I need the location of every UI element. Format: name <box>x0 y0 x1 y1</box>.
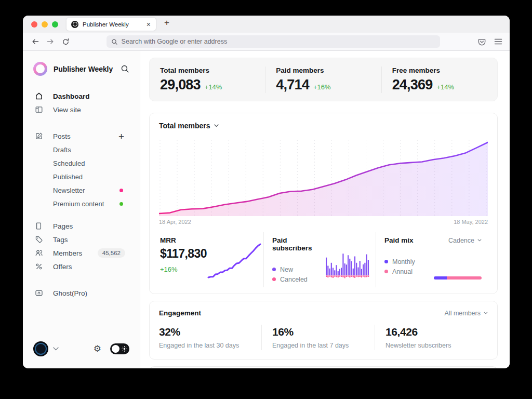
chart-end-date: 18 May, 2022 <box>454 219 488 225</box>
sidebar-item-label: Ghost(Pro) <box>53 289 87 297</box>
sidebar-item-dashboard[interactable]: Dashboard <box>23 89 140 103</box>
sun-icon <box>122 346 127 352</box>
engagement-7d: 16% Engaged in the last 7 days <box>261 325 375 350</box>
browser-window-icon <box>34 105 43 114</box>
sidebar: Publisher Weekly Dashboard View site <box>23 51 140 368</box>
paid-mix-metric: Paid mix Cadence Monthly <box>376 232 488 287</box>
legend-new: New <box>272 264 326 274</box>
sidebar-item-label: Pages <box>53 222 73 230</box>
dark-mode-toggle[interactable] <box>110 343 129 354</box>
annual-segment <box>447 276 482 280</box>
chart-start-date: 18 Apr, 2022 <box>159 219 191 225</box>
stat-delta: +16% <box>313 83 331 91</box>
members-stats-card: Total members 29,083 +14% Paid members 4… <box>149 58 498 101</box>
mrr-value: $117,830 <box>160 247 207 261</box>
sidebar-item-drafts[interactable]: Drafts <box>23 143 140 156</box>
forward-icon[interactable] <box>45 36 56 47</box>
url-input[interactable] <box>122 38 435 45</box>
sidebar-item-offers[interactable]: Offers <box>23 260 140 273</box>
browser-toolbar <box>23 33 510 51</box>
reload-icon[interactable] <box>60 36 71 47</box>
all-members-dropdown[interactable]: All members <box>445 310 488 317</box>
user-avatar[interactable] <box>33 341 48 356</box>
mrr-delta: +16% <box>160 265 207 273</box>
stat-value: 29,083 <box>160 77 201 93</box>
tab-title: Publisher Weekly <box>83 21 146 28</box>
percent-icon <box>34 262 43 271</box>
chart-metric-dropdown[interactable]: Total members <box>159 122 219 130</box>
legend-monthly: Monthly <box>384 257 415 267</box>
site-title: Publisher Weekly <box>54 65 121 73</box>
sidebar-item-newsletter[interactable]: Newsletter <box>23 183 140 197</box>
browser-window: Publisher Weekly × + <box>23 16 510 368</box>
pen-icon <box>34 132 43 141</box>
ghost-pro-icon <box>34 289 43 298</box>
gear-icon[interactable]: ⚙ <box>94 344 101 353</box>
sidebar-item-premium-content[interactable]: Premium content <box>23 197 140 210</box>
tab-bar: Publisher Weekly × + <box>23 16 510 33</box>
paid-mix-stacked-bar <box>434 276 482 280</box>
sidebar-item-label: Posts <box>53 132 71 140</box>
stat-delta: +14% <box>205 83 222 91</box>
add-post-button[interactable]: + <box>118 131 124 141</box>
menu-icon[interactable] <box>494 38 502 45</box>
sidebar-item-label: Dashboard <box>53 92 90 100</box>
mrr-sparkline-chart <box>207 240 262 281</box>
pocket-icon[interactable] <box>477 37 486 46</box>
mrr-metric: MRR $117,830 +16% <box>159 232 263 287</box>
search-icon <box>111 38 118 45</box>
legend-canceled: Canceled <box>272 274 326 284</box>
engagement-card: Engagement All members 32% Engaged in th… <box>149 301 498 360</box>
paid-subscribers-bar-chart <box>326 250 369 283</box>
paid-subscribers-metric: Paid subscribers New Canceled <box>263 232 376 287</box>
minimize-window-button[interactable] <box>42 21 48 28</box>
sidebar-item-scheduled[interactable]: Scheduled <box>23 156 140 170</box>
newsletter-subscribers-stat: 16,426 Newsletter subscribers <box>375 325 488 350</box>
stat-paid-members: Paid members 4,714 +16% <box>265 66 381 93</box>
home-icon <box>34 92 43 101</box>
stat-value: 24,369 <box>392 77 433 93</box>
sidebar-item-members[interactable]: Members 45,562 <box>23 246 140 260</box>
search-icon[interactable] <box>121 64 129 73</box>
members-count-badge: 45,562 <box>98 248 125 258</box>
stat-delta: +14% <box>436 83 454 91</box>
site-logo[interactable] <box>33 62 47 76</box>
tab-close-icon[interactable]: × <box>146 21 151 28</box>
sidebar-item-view-site[interactable]: View site <box>23 103 140 116</box>
chevron-down-icon <box>214 124 219 127</box>
browser-tab[interactable]: Publisher Weekly × <box>66 18 156 31</box>
sidebar-item-label: Members <box>53 249 82 257</box>
monthly-segment <box>434 276 447 280</box>
stat-total-members: Total members 29,083 +14% <box>150 66 265 93</box>
growth-chart-card: Total members 18 Apr, 2022 18 May, 2022 <box>149 113 498 294</box>
ghost-favicon <box>71 21 78 28</box>
members-icon <box>34 249 43 258</box>
page-icon <box>34 222 43 231</box>
toggle-knob <box>112 345 119 353</box>
total-members-chart <box>159 138 488 216</box>
new-tab-button[interactable]: + <box>164 18 169 28</box>
sidebar-item-ghost-pro[interactable]: Ghost(Pro) <box>23 286 140 300</box>
cadence-dropdown[interactable]: Cadence <box>448 237 482 244</box>
sidebar-item-posts[interactable]: Posts + <box>23 129 140 143</box>
close-window-button[interactable] <box>31 21 37 28</box>
sidebar-item-label: Offers <box>53 263 72 271</box>
sidebar-item-label: View site <box>53 106 81 114</box>
stat-value: 4,714 <box>276 77 309 93</box>
engagement-30d: 32% Engaged in the last 30 days <box>159 325 261 350</box>
newsletter-dot <box>119 189 123 192</box>
premium-content-dot <box>119 202 123 206</box>
back-icon[interactable] <box>30 36 41 47</box>
dashboard-main: Total members 29,083 +14% Paid members 4… <box>140 51 510 368</box>
sidebar-item-pages[interactable]: Pages <box>23 219 140 233</box>
zoom-window-button[interactable] <box>52 21 58 28</box>
sidebar-item-published[interactable]: Published <box>23 170 140 183</box>
tag-icon <box>34 235 43 244</box>
engagement-title: Engagement <box>159 309 201 317</box>
sidebar-item-label: Tags <box>53 236 68 244</box>
address-bar[interactable] <box>107 35 440 48</box>
window-controls <box>31 21 58 28</box>
legend-annual: Annual <box>384 267 415 276</box>
chevron-down-icon[interactable] <box>53 347 59 351</box>
sidebar-item-tags[interactable]: Tags <box>23 233 140 246</box>
